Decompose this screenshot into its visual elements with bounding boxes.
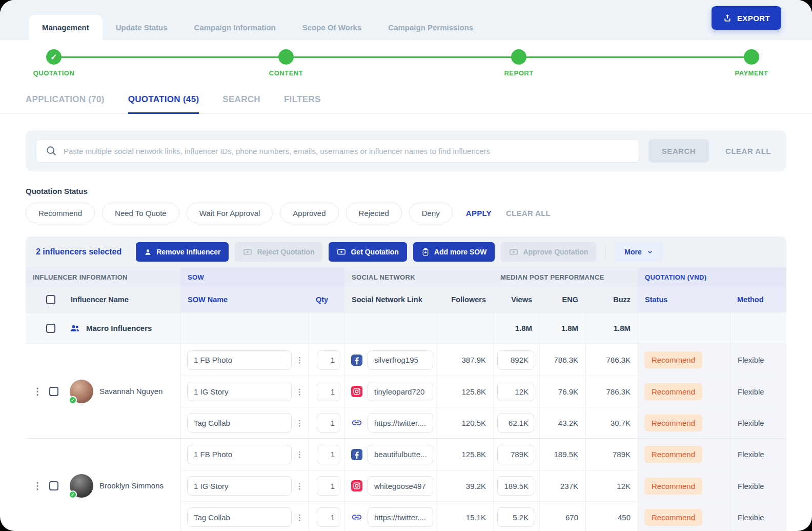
chip-deny[interactable]: Deny: [409, 203, 453, 223]
apply-button[interactable]: APPLY: [466, 209, 492, 218]
views-input[interactable]: [497, 350, 534, 370]
group-checkbox[interactable]: [46, 324, 55, 333]
sow-menu-icon[interactable]: ⋮: [296, 450, 303, 458]
step-content[interactable]: CONTENT: [242, 49, 330, 77]
qty-input[interactable]: [317, 350, 340, 370]
buzz-value: 789K: [585, 439, 638, 470]
chip-recommend[interactable]: Recommend: [26, 203, 95, 223]
status-badge: Recommend: [644, 509, 702, 526]
sow-menu-icon[interactable]: ⋮: [296, 388, 303, 396]
search-input[interactable]: [64, 147, 630, 155]
followers-value: 15.1K: [437, 501, 493, 531]
method-value: Flexible: [730, 376, 786, 407]
approve-quotation-button[interactable]: Approve Quotation: [501, 242, 596, 262]
eng-value: 189.5K: [539, 439, 585, 470]
sow-name-input[interactable]: [187, 350, 292, 370]
clear-filters-button[interactable]: CLEAR ALL: [506, 209, 551, 218]
facebook-icon: [351, 449, 362, 460]
tab-quotation[interactable]: QUOTATION (45): [128, 94, 199, 114]
social-link-input[interactable]: [368, 382, 433, 401]
views-cell: [493, 376, 539, 407]
views-input[interactable]: [497, 382, 534, 401]
method-value: Flexible: [730, 407, 786, 438]
tab-campaign-information[interactable]: Campaign Information: [181, 15, 289, 40]
sow-name-input[interactable]: [187, 382, 292, 401]
clipboard-plus-icon: [421, 248, 430, 256]
export-label: EXPORT: [737, 14, 770, 23]
tab-campaign-permissions[interactable]: Campaign Permissions: [375, 15, 486, 40]
sow-menu-icon[interactable]: ⋮: [296, 356, 303, 364]
header-status: Status: [638, 287, 730, 312]
status-cell: Recommend: [638, 344, 730, 376]
tab-scope-of-works[interactable]: Scope Of Works: [289, 15, 375, 40]
influencer-checkbox[interactable]: [49, 481, 58, 490]
tab-application[interactable]: APPLICATION (70): [26, 94, 105, 113]
chip-wait-for-approval[interactable]: Wait For Approval: [187, 203, 273, 223]
step-report[interactable]: REPORT: [475, 49, 562, 77]
views-input[interactable]: [497, 445, 534, 464]
buzz-value: 786.3K: [585, 376, 638, 407]
views-input[interactable]: [497, 507, 534, 527]
row-menu-icon[interactable]: ⋮: [33, 387, 42, 396]
button-label: Remove Influencer: [156, 248, 220, 256]
group-header-quotation-vnd: QUOTATION (VND): [638, 267, 786, 287]
status-cell: Recommend: [638, 470, 730, 501]
social-link-input[interactable]: [368, 350, 433, 370]
remove-influencer-button[interactable]: Remove Influencer: [136, 242, 229, 262]
sow-name-input[interactable]: [187, 476, 292, 496]
social-link-input[interactable]: [368, 445, 433, 464]
qty-input[interactable]: [317, 382, 340, 401]
step-quotation[interactable]: ✓ QUOTATION: [10, 49, 97, 77]
qty-input[interactable]: [317, 445, 340, 464]
step-payment[interactable]: PAYMENT: [708, 49, 795, 77]
instagram-icon: [351, 480, 362, 491]
header-sow-name: SOW Name: [180, 287, 309, 312]
add-more-sow-button[interactable]: Add more SOW: [413, 242, 495, 262]
sow-menu-icon[interactable]: ⋮: [296, 419, 303, 427]
empty-cell: [309, 312, 344, 344]
clear-all-button[interactable]: CLEAR ALL: [725, 147, 771, 155]
sow-menu-icon[interactable]: ⋮: [296, 514, 303, 521]
get-quotation-button[interactable]: Get Quotation: [329, 242, 407, 262]
sow-name-input[interactable]: [187, 413, 292, 432]
chip-rejected[interactable]: Rejected: [346, 203, 402, 223]
empty-cell: [344, 312, 437, 344]
select-all-checkbox[interactable]: [46, 295, 55, 304]
qty-cell: [309, 376, 344, 407]
group-title-cell: Macro Influencers: [64, 312, 180, 344]
header-followers: Followers: [437, 287, 493, 312]
row-menu-icon[interactable]: ⋮: [33, 481, 42, 490]
qty-input[interactable]: [317, 476, 340, 496]
chip-need-to-quote[interactable]: Need To Quote: [102, 203, 179, 223]
influencer-checkbox[interactable]: [49, 387, 58, 396]
tab-update-status[interactable]: Update Status: [103, 15, 181, 40]
tab-management[interactable]: Management: [29, 15, 103, 40]
buzz-value: 450: [585, 501, 638, 531]
top-nav-bar: Management Update Status Campaign Inform…: [0, 0, 812, 40]
quotation-status-title: Quotation Status: [26, 187, 786, 195]
sow-name-input[interactable]: [187, 507, 292, 527]
followers-value: 125.8K: [437, 376, 493, 407]
tab-filters[interactable]: FILTERS: [284, 94, 321, 113]
banknote-icon: [243, 247, 252, 257]
sow-menu-icon[interactable]: ⋮: [296, 482, 303, 490]
sow-name-input[interactable]: [187, 445, 292, 464]
tab-search[interactable]: SEARCH: [222, 94, 260, 113]
search-panel: SEARCH CLEAR ALL: [26, 130, 786, 171]
more-button[interactable]: More: [615, 242, 662, 262]
qty-input[interactable]: [317, 413, 340, 432]
link-icon: [351, 417, 362, 428]
social-link-input[interactable]: [368, 476, 433, 496]
qty-input[interactable]: [317, 507, 340, 527]
chip-approved[interactable]: Approved: [280, 203, 338, 223]
influencer-name: Savannah Nguyen: [99, 387, 163, 396]
views-input[interactable]: [497, 413, 534, 432]
views-input[interactable]: [497, 476, 534, 496]
search-button[interactable]: SEARCH: [648, 139, 709, 163]
reject-quotation-button[interactable]: Reject Quotation: [235, 242, 322, 262]
influencer-name: Brooklyn Simmons: [99, 481, 164, 490]
export-button[interactable]: EXPORT: [712, 6, 781, 30]
social-link-input[interactable]: [368, 413, 433, 432]
bulk-action-bar: 2 influencers selected Remove Influencer…: [26, 237, 786, 267]
social-link-input[interactable]: [368, 507, 433, 527]
